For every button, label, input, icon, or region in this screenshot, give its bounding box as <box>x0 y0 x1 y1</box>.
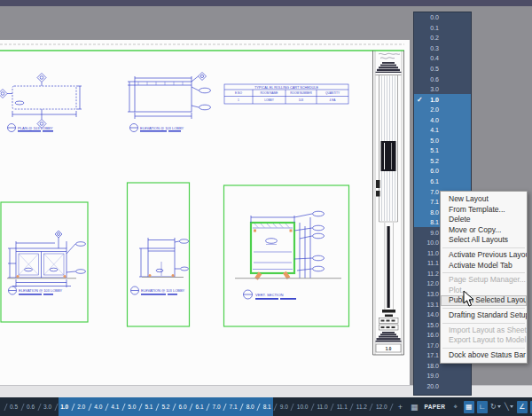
layout-list-item-0.0[interactable]: 0.0 <box>414 12 471 23</box>
section-label: VERT. SECTION <box>255 293 284 297</box>
layout-list-item-5.0[interactable]: 5.0 <box>414 136 471 146</box>
tracking-icon[interactable]: ⌖ <box>450 401 461 413</box>
viewport-elevation-middle[interactable]: ELEVATION @ 103 LOBBY <box>128 183 190 326</box>
layout-tab-4.1[interactable]: 4.1 <box>109 397 121 416</box>
menu-item-from-template...[interactable]: From Template... <box>441 205 527 216</box>
viewport-section-right[interactable]: VERT. SECTION <box>224 185 349 326</box>
check-icon: ✓ <box>417 96 423 104</box>
layout-tab-8.0[interactable]: 8.0 <box>245 397 256 416</box>
layout-tab-2.0[interactable]: 2.0 <box>75 397 87 416</box>
layout-tab-10.0[interactable]: 10.0 <box>295 397 310 416</box>
layout-list-item-0.4[interactable]: 0.4 <box>414 53 471 64</box>
layout-list-item-0.2[interactable]: 0.2 <box>414 33 471 43</box>
layout-list-item-label: 0.6 <box>430 76 439 82</box>
layout-tab-1.0[interactable]: 1.0 <box>59 397 70 416</box>
layout-tab-8.1[interactable]: 8.1 <box>262 397 273 416</box>
layout-tab-7.1[interactable]: 7.1 <box>228 397 239 416</box>
layout-tab-6.0[interactable]: 6.0 <box>176 397 188 416</box>
layout-list-item-label: 16.0 <box>426 332 439 338</box>
elevation-top-label: ELEVATION @ 103 LOBBY <box>140 126 184 130</box>
layout-list-item-6.0[interactable]: 6.0 <box>414 166 471 177</box>
layout-list-item-label: 11.0 <box>427 250 439 256</box>
elevation-middle-label: ELEVATION @ 103 LOBBY <box>141 288 185 293</box>
schedule-cell: LOBBY <box>264 98 275 102</box>
schedule-table: TYPICAL EL ROLLING CART SCHEDULE E.NO RO… <box>224 84 348 104</box>
menu-item-publish-selected-layouts...[interactable]: Publish Selected Layouts... <box>441 295 527 306</box>
window-top-bar <box>0 0 532 6</box>
layout-list-item-4.1[interactable]: 4.1 <box>414 125 471 136</box>
menu-item-activate-previous-layout[interactable]: Activate Previous Layout <box>441 250 527 261</box>
layout-list-item-label: 9.0 <box>430 230 439 236</box>
layout-list-item-label: 17.0 <box>426 342 439 349</box>
schedule-cell: 103 <box>299 98 304 102</box>
osnap-icon[interactable]: ∠ <box>517 401 528 413</box>
drawing-elevation-top: ELEVATION @ 103 LOBBY <box>128 73 211 132</box>
schedule-header: ROOM NUMBER <box>290 91 312 95</box>
polar-tracking-icon[interactable]: ↻ <box>490 401 501 413</box>
layout-list-item-5.1[interactable]: 5.1 <box>414 145 471 156</box>
layout-tab-5.0[interactable]: 5.0 <box>126 397 137 416</box>
layout-list-item-20.1[interactable]: 20.1 <box>414 391 471 396</box>
layout-tab-9.0[interactable]: 9.0 <box>278 397 290 416</box>
layout-tab-12.0[interactable]: 12.0 <box>374 397 389 416</box>
layout-tab-3.0[interactable]: 3.0 <box>42 397 53 416</box>
schedule-cell: 4 EA <box>330 98 337 102</box>
viewport-elevation-left[interactable]: ELEVATION @ 103 LOBBY <box>1 202 88 322</box>
layout-tab-11.0[interactable]: 11.0 <box>315 397 329 416</box>
layout-list-item-0.5[interactable]: 0.5 <box>414 64 471 75</box>
osnap-icon-glyph: ∠ <box>519 403 525 411</box>
ortho-mode-icon[interactable]: ∟ <box>477 401 488 413</box>
layout-tab-0.6[interactable]: 0.6 <box>25 397 36 416</box>
polar-tracking-icon-glyph: ↻ <box>490 403 497 411</box>
schedule-header: ROOM NAME <box>260 91 278 95</box>
layout-tab-11.1[interactable]: 11.1 <box>335 397 349 416</box>
layout-tab-6.1[interactable]: 6.1 <box>194 397 206 416</box>
menu-item-delete[interactable]: Delete <box>441 215 527 225</box>
layout-list-item-label: 0.0 <box>430 14 439 20</box>
drawing-sheet[interactable]: PLAN @ 103 LOBBY <box>0 40 410 386</box>
layout-list-item-label: 13.0 <box>426 291 439 297</box>
ortho-mode-icon-glyph: ∟ <box>479 403 486 411</box>
application-window: PLAN @ 103 LOBBY <box>0 0 532 416</box>
layout-tab-5.1[interactable]: 5.1 <box>143 397 154 416</box>
menu-item-select-all-layouts[interactable]: Select All Layouts <box>441 235 527 246</box>
layout-list-item-3.0[interactable]: 3.0 <box>414 84 471 95</box>
schedule-header: E.NO <box>235 91 242 95</box>
snap-mode-icon[interactable]: ▦ <box>464 401 474 413</box>
menu-item-drafting-standard-setup...[interactable]: Drafting Standard Setup... <box>441 310 527 321</box>
layout-list-item-label: 15.0 <box>426 322 439 328</box>
menu-item-new-layout[interactable]: New Layout <box>441 194 527 205</box>
layout-list-item-label: 0.4 <box>430 55 439 61</box>
layout-context-menu: New LayoutFrom Template...DeleteMove or … <box>440 191 528 364</box>
paper-space-toggle[interactable]: PAPER <box>420 404 449 410</box>
chevron-down-icon <box>497 405 501 408</box>
isodraft-icon-glyph: ╲ <box>505 403 509 411</box>
menu-item-activate-model-tab[interactable]: Activate Model Tab <box>441 261 527 271</box>
layout-list-item-6.1[interactable]: 6.1 <box>414 177 471 187</box>
layout-list-item-label: 11.1 <box>427 260 439 266</box>
layout-list-item-label: 8.1 <box>430 219 439 225</box>
layout-list-item-4.0[interactable]: 4.0 <box>414 114 471 125</box>
layout-list-item-20.0[interactable]: 20.0 <box>414 381 471 392</box>
layout-list-item-label: 5.1 <box>430 147 439 153</box>
layout-list-item-19.0[interactable]: 19.0 <box>414 371 471 381</box>
menu-item-move-or-copy...[interactable]: Move or Copy... <box>441 225 527 236</box>
layout-tab-0.5[interactable]: 0.5 <box>8 397 20 416</box>
layout-list-item-label: 20.1 <box>426 394 439 396</box>
layout-list-item-1.0[interactable]: ✓1.0 <box>414 94 471 105</box>
layout-tab-7.0[interactable]: 7.0 <box>211 397 223 416</box>
layout-list-item-0.6[interactable]: 0.6 <box>414 74 471 84</box>
isodraft-icon[interactable]: ╲ <box>504 401 514 413</box>
layout-tab-4.0[interactable]: 4.0 <box>92 397 104 416</box>
new-layout-button[interactable]: + <box>395 403 406 412</box>
layout-list-item-5.2[interactable]: 5.2 <box>414 156 471 167</box>
layout-list-item-0.3[interactable]: 0.3 <box>414 43 471 54</box>
layout-list-item-label: 12.0 <box>426 280 439 286</box>
layout-list-item-0.1[interactable]: 0.1 <box>414 23 471 34</box>
layout-tab-5.2[interactable]: 5.2 <box>160 397 171 416</box>
layout-list-item-label: 8.0 <box>430 209 439 216</box>
layout-list-item-2.0[interactable]: 2.0 <box>414 105 471 115</box>
layout-grid-icon[interactable]: ▦ <box>411 403 419 412</box>
menu-item-dock-above-status-bar[interactable]: Dock above Status Bar <box>441 350 527 361</box>
layout-tab-11.2[interactable]: 11.2 <box>355 397 369 416</box>
